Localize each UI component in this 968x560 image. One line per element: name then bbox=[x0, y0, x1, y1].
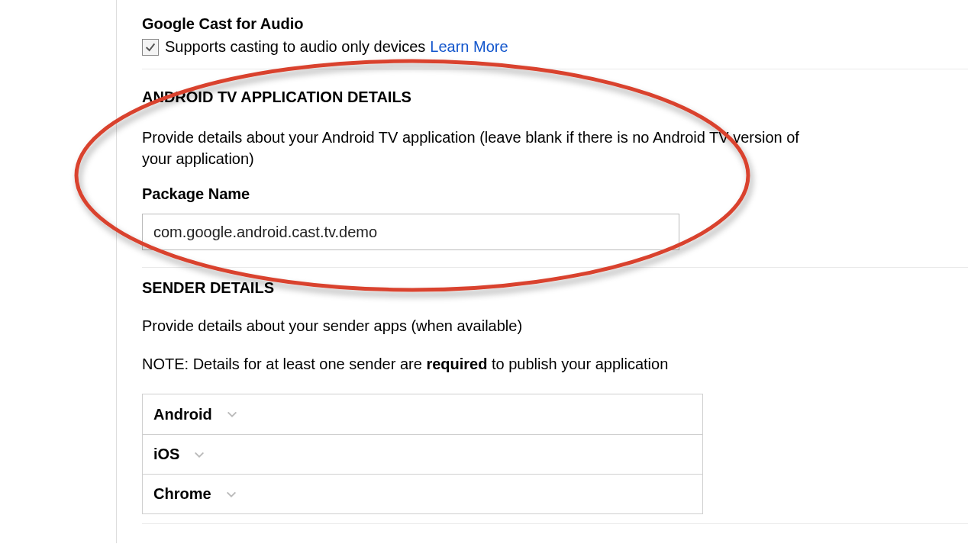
sender-platform-chrome[interactable]: Chrome bbox=[143, 474, 702, 513]
chevron-down-icon bbox=[226, 408, 238, 420]
learn-more-link[interactable]: Learn More bbox=[430, 38, 508, 56]
platform-label: Android bbox=[153, 406, 212, 423]
sender-details-note: NOTE: Details for at least one sender ar… bbox=[142, 356, 668, 373]
chevron-down-icon bbox=[193, 449, 205, 461]
divider-vertical bbox=[116, 0, 117, 543]
sender-platform-ios[interactable]: iOS bbox=[143, 434, 702, 474]
divider-horizontal bbox=[142, 69, 968, 69]
divider-horizontal bbox=[142, 523, 968, 524]
sender-note-prefix: NOTE: Details for at least one sender ar… bbox=[142, 356, 426, 372]
chevron-down-icon bbox=[225, 488, 237, 500]
divider-horizontal bbox=[142, 267, 968, 268]
check-icon bbox=[144, 41, 156, 53]
cast-audio-row: Supports casting to audio only devices L… bbox=[142, 38, 508, 56]
audio-support-label: Supports casting to audio only devices bbox=[165, 38, 425, 56]
sender-platform-list: Android iOS Chrome bbox=[142, 394, 703, 514]
sender-details-description: Provide details about your sender apps (… bbox=[142, 317, 522, 335]
sender-details-heading: SENDER DETAILS bbox=[142, 279, 274, 297]
package-name-label: Package Name bbox=[142, 185, 250, 203]
package-name-input[interactable] bbox=[142, 214, 679, 250]
sender-note-suffix: to publish your application bbox=[487, 356, 668, 372]
audio-support-checkbox[interactable] bbox=[142, 39, 159, 56]
platform-label: iOS bbox=[153, 446, 179, 463]
android-tv-description: Provide details about your Android TV ap… bbox=[142, 127, 808, 169]
cast-audio-title: Google Cast for Audio bbox=[142, 15, 303, 33]
platform-label: Chrome bbox=[153, 485, 211, 503]
sender-platform-android[interactable]: Android bbox=[143, 394, 702, 434]
android-tv-heading: ANDROID TV APPLICATION DETAILS bbox=[142, 89, 411, 106]
sender-note-required: required bbox=[426, 356, 487, 372]
